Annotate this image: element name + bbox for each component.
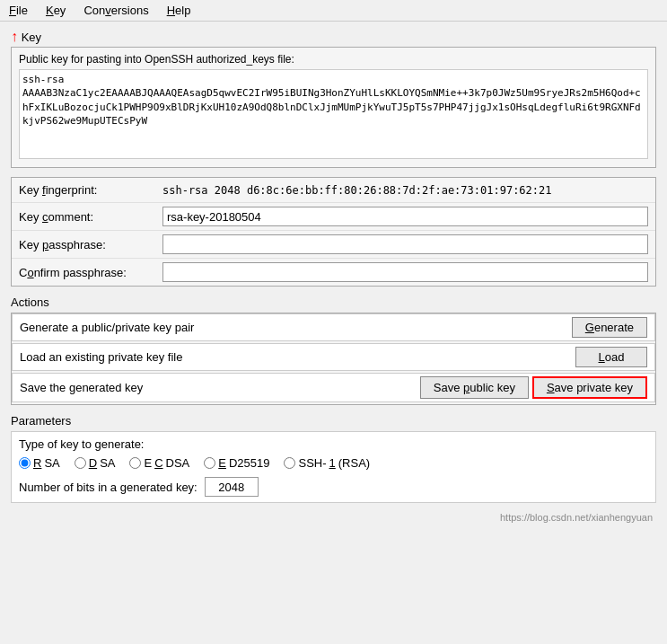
menu-conversions[interactable]: Conversions: [78, 2, 154, 19]
parameters-title: Parameters: [11, 414, 656, 428]
bits-label: Number of bits in a generated key:: [19, 481, 197, 494]
key-type-radio-group: RSA DSA ECDSA ED25519 SSH-1 (RSA): [19, 456, 648, 470]
save-row: Save the generated key Save public key S…: [12, 373, 655, 402]
comment-label: Key comment:: [19, 210, 162, 224]
public-key-label: Public key for pasting into OpenSSH auth…: [19, 53, 648, 66]
confirm-label: Confirm passphrase:: [19, 266, 162, 279]
main-content: ↑ Key Public key for pasting into OpenSS…: [0, 22, 667, 530]
radio-rsa[interactable]: [19, 457, 31, 469]
passphrase-row: Key passphrase:: [12, 231, 655, 259]
radio-ed25519[interactable]: [204, 457, 215, 469]
confirm-passphrase-row: Confirm passphrase:: [12, 259, 655, 286]
save-label: Save the generated key: [20, 381, 420, 394]
fingerprint-value: ssh-rsa 2048 d6:8c:6e:bb:ff:80:26:88:7d:…: [162, 184, 648, 197]
bits-input[interactable]: [205, 477, 259, 497]
parameters-frame: Type of key to generate: RSA DSA ECDSA E…: [11, 431, 656, 503]
load-row: Load an existing private key file Load: [12, 343, 655, 371]
passphrase-label: Key passphrase:: [19, 238, 162, 251]
save-public-key-button[interactable]: Save public key: [420, 376, 529, 399]
load-label: Load an existing private key file: [20, 350, 575, 364]
public-key-section: Public key for pasting into OpenSSH auth…: [11, 47, 656, 168]
save-buttons: Save public key Save private key: [420, 376, 647, 399]
actions-section: Actions Generate a public/private key pa…: [11, 296, 656, 405]
save-private-key-button[interactable]: Save private key: [532, 376, 647, 399]
radio-ed25519-label[interactable]: ED25519: [204, 456, 269, 470]
generate-buttons: Generate: [572, 317, 647, 338]
radio-dsa-label[interactable]: DSA: [75, 456, 116, 470]
fingerprint-label: Key fingerprint:: [19, 183, 162, 197]
menubar: File Key Conversions Help: [0, 0, 667, 22]
red-arrow-icon: ↑: [11, 29, 18, 45]
comment-row: Key comment:: [12, 203, 655, 231]
radio-dsa[interactable]: [75, 457, 86, 469]
confirm-passphrase-input[interactable]: [162, 262, 648, 282]
radio-rsa-label[interactable]: RSA: [19, 456, 60, 470]
parameters-section: Parameters Type of key to generate: RSA …: [11, 414, 656, 503]
actions-frame: Generate a public/private key pair Gener…: [11, 313, 656, 405]
generate-button[interactable]: Generate: [572, 317, 647, 338]
key-type-label: Type of key to generate:: [19, 437, 648, 451]
actions-title: Actions: [11, 296, 656, 309]
menu-file[interactable]: File: [4, 2, 33, 19]
fingerprint-row: Key fingerprint: ssh-rsa 2048 d6:8c:6e:b…: [12, 178, 655, 203]
generate-label: Generate a public/private key pair: [20, 321, 572, 334]
radio-ssh1rsa[interactable]: [284, 457, 295, 469]
radio-ssh1rsa-label[interactable]: SSH-1 (RSA): [284, 456, 370, 470]
public-key-textarea[interactable]: ssh-rsa AAAAB3NzaC1yc2EAAAABJQAAAQEAsagD…: [19, 69, 648, 159]
radio-ecdsa-label[interactable]: ECDSA: [129, 456, 189, 470]
key-section-header: ↑ Key: [11, 29, 656, 45]
load-buttons: Load: [575, 347, 647, 367]
bits-row: Number of bits in a generated key:: [19, 477, 648, 497]
watermark: https://blog.csdn.net/xianhengyuan: [11, 512, 656, 523]
key-section-title: Key: [22, 31, 41, 44]
menu-help[interactable]: Help: [162, 2, 197, 19]
menu-key[interactable]: Key: [40, 2, 71, 19]
generate-row: Generate a public/private key pair Gener…: [12, 313, 655, 341]
radio-ecdsa[interactable]: [129, 457, 141, 469]
load-button[interactable]: Load: [575, 347, 647, 367]
comment-input[interactable]: [162, 207, 648, 226]
key-info-section: Key fingerprint: ssh-rsa 2048 d6:8c:6e:b…: [11, 177, 656, 287]
passphrase-input[interactable]: [162, 234, 648, 254]
